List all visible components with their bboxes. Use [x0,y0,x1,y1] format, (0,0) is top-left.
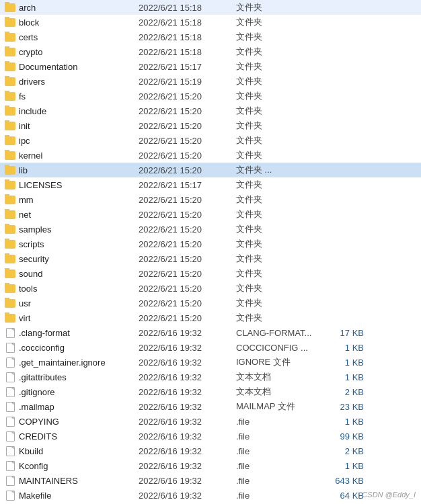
file-type: 文件夹 [236,238,317,250]
file-name: COPYING [4,416,139,427]
file-size: 1 KB [317,358,364,368]
file-row[interactable]: arch2022/6/21 15:18文件夹 [0,0,421,15]
file-row[interactable]: Documentation2022/6/21 15:17文件夹 [0,59,421,74]
file-name: .gitattributes [4,372,139,382]
file-date: 2022/6/21 15:18 [139,47,236,57]
file-date: 2022/6/21 15:20 [139,210,236,220]
file-row[interactable]: drivers2022/6/21 15:19文件夹 [0,74,421,89]
file-row[interactable]: ipc2022/6/21 15:20文件夹 [0,133,421,148]
folder-icon [4,283,16,294]
file-row[interactable]: .get_maintainer.ignore2022/6/16 19:32IGN… [0,355,421,370]
folder-icon [4,120,16,131]
file-row[interactable]: usr2022/6/21 15:20文件夹 [0,296,421,310]
file-type: 文件夹 [236,253,317,265]
file-row[interactable]: mm2022/6/21 15:20文件夹 [0,192,421,207]
file-row[interactable]: fs2022/6/21 15:20文件夹 [0,89,421,103]
file-row[interactable]: COPYING2022/6/16 19:32.file1 KB [0,414,421,429]
file-row[interactable]: block2022/6/21 15:18文件夹 [0,15,421,30]
file-name: scripts [4,239,139,249]
file-row[interactable]: virt2022/6/21 15:20文件夹 [0,310,421,325]
file-date: 2022/6/21 15:20 [139,151,236,161]
file-row[interactable]: Kconfig2022/6/16 19:32.file1 KB [0,458,421,473]
file-row[interactable]: .clang-format2022/6/16 19:32CLANG-FORMAT… [0,325,421,340]
file-name: certs [4,32,139,42]
file-size: 23 KB [317,402,364,412]
file-row[interactable]: .gitattributes2022/6/16 19:32文本文档1 KB [0,370,421,384]
file-size: 99 KB [317,431,364,442]
file-size: 643 KB [317,476,364,486]
folder-icon [4,2,16,13]
file-type: CLANG-FORMAT... [236,328,317,338]
file-name: security [4,253,139,264]
file-row[interactable]: init2022/6/21 15:20文件夹 [0,118,421,133]
file-row[interactable]: tools2022/6/21 15:20文件夹 [0,281,421,296]
file-icon [4,386,16,397]
file-size: 2 KB [317,387,364,397]
file-date: 2022/6/21 15:20 [139,136,236,146]
file-type: 文件夹 [236,149,317,161]
file-row[interactable]: MAINTAINERS2022/6/16 19:32.file643 KB [0,473,421,488]
file-type: 文件夹 ... [236,164,317,176]
folder-icon [4,91,16,101]
file-date: 2022/6/16 19:32 [139,328,236,338]
file-row[interactable]: net2022/6/21 15:20文件夹 [0,207,421,222]
file-date: 2022/6/21 15:20 [139,165,236,175]
file-type: 文件夹 [236,267,317,280]
file-type: 文件夹 [236,46,317,58]
file-icon [4,342,16,353]
folder-icon [4,17,16,28]
file-size: 64 KB [317,491,364,501]
file-type: 文件夹 [236,75,317,87]
file-row[interactable]: .gitignore2022/6/16 19:32文本文档2 KB [0,384,421,399]
file-name: kernel [4,150,139,161]
file-row[interactable]: include2022/6/21 15:20文件夹 [0,103,421,118]
file-name: ipc [4,135,139,146]
file-icon [4,327,16,338]
file-row[interactable]: kernel2022/6/21 15:20文件夹 [0,148,421,163]
file-row[interactable]: lib2022/6/21 15:20文件夹 ... [0,163,421,177]
file-type: 文件夹 [236,297,317,309]
file-row[interactable]: scripts2022/6/21 15:20文件夹 [0,237,421,251]
file-size: 17 KB [317,328,364,338]
file-type: 文件夹 [236,282,317,294]
file-row[interactable]: .cocciconfig2022/6/16 19:32COCCICONFIG .… [0,340,421,355]
file-name: .clang-format [4,327,139,338]
file-name: net [4,209,139,220]
file-row[interactable]: certs2022/6/21 15:18文件夹 [0,30,421,44]
file-size: 1 KB [317,417,364,427]
file-row[interactable]: LICENSES2022/6/21 15:17文件夹 [0,177,421,192]
file-row[interactable]: .mailmap2022/6/16 19:32MAILMAP 文件23 KB [0,399,421,414]
file-type: 文件夹 [236,16,317,28]
file-name: MAINTAINERS [4,475,139,486]
file-row[interactable]: crypto2022/6/21 15:18文件夹 [0,44,421,59]
file-size: 2 KB [317,446,364,456]
file-row[interactable]: Makefile2022/6/16 19:32.file64 KB [0,488,421,503]
file-row[interactable]: Kbuild2022/6/16 19:32.file2 KB [0,444,421,458]
file-date: 2022/6/21 15:20 [139,121,236,131]
folder-icon [4,253,16,264]
file-row[interactable]: sound2022/6/21 15:20文件夹 [0,266,421,281]
file-type: COCCICONFIG ... [236,343,317,353]
file-type: 文件夹 [236,194,317,206]
file-row[interactable]: CREDITS2022/6/16 19:32.file99 KB [0,429,421,444]
file-name: Makefile [4,490,139,501]
file-type: 文件夹 [236,31,317,43]
file-type: 文件夹 [236,312,317,324]
folder-icon [4,194,16,205]
file-name: block [4,17,139,28]
file-type: 文件夹 [236,208,317,220]
file-date: 2022/6/21 15:20 [139,284,236,294]
file-date: 2022/6/21 15:20 [139,269,236,279]
folder-icon [4,224,16,235]
file-row[interactable]: security2022/6/21 15:20文件夹 [0,251,421,266]
file-name: samples [4,224,139,235]
file-row[interactable]: samples2022/6/21 15:20文件夹 [0,222,421,237]
folder-icon [4,165,16,175]
file-date: 2022/6/21 15:19 [139,77,236,87]
file-type: .file [236,431,317,442]
file-type: 文件夹 [236,60,317,73]
file-date: 2022/6/16 19:32 [139,476,236,486]
file-date: 2022/6/21 15:20 [139,224,236,235]
file-type: .file [236,491,317,501]
file-name: include [4,106,139,116]
